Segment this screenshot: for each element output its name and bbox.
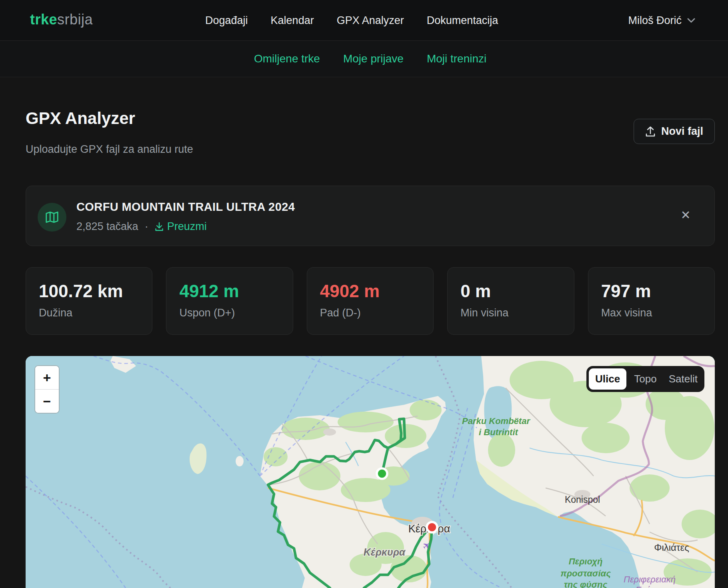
stat-label: Min visina xyxy=(460,307,561,319)
new-file-button[interactable]: Novi fajl xyxy=(634,119,715,144)
zoom-out-button[interactable]: − xyxy=(35,390,59,413)
subnav-item-omiljene-trke[interactable]: Omiljene trke xyxy=(254,52,320,65)
nav-item-kalendar[interactable]: Kalendar xyxy=(271,14,314,27)
top-navbar: trkesrbija Događaji Kalendar GPX Analyze… xyxy=(0,0,728,41)
route-start-marker[interactable] xyxy=(377,468,387,479)
chevron-down-icon xyxy=(687,18,695,23)
logo-light: srbija xyxy=(57,11,93,28)
upload-icon xyxy=(645,126,656,137)
nav-item-dokumentacija[interactable]: Dokumentacija xyxy=(427,14,498,27)
stat-value: 100.72 km xyxy=(39,281,139,301)
download-gpx-link[interactable]: Preuzmi xyxy=(155,220,207,233)
label-konispol: Konispol xyxy=(565,494,600,505)
page-title: GPX Analyzer xyxy=(26,109,135,128)
subnav-item-moji-treninzi[interactable]: Moji treninzi xyxy=(427,52,486,65)
page-subtitle: Uploadujte GPX fajl za analizu rute xyxy=(26,143,193,156)
label-park-line1: Parku Kombëtar xyxy=(462,416,530,426)
secondary-nav: Omiljene trke Moje prijave Moji treninzi xyxy=(0,41,728,77)
map-zoom-control: + − xyxy=(34,365,60,414)
gpx-file-meta: 2,825 tačaka · Preuzmi xyxy=(76,220,207,233)
stat-label: Max visina xyxy=(601,307,702,319)
stat-value: 797 m xyxy=(601,281,702,301)
stat-card-duzina: 100.72 km Dužina xyxy=(26,267,152,335)
logo-bold: trke xyxy=(30,11,57,28)
brand-logo[interactable]: trkesrbija xyxy=(30,11,93,28)
zoom-in-button[interactable]: + xyxy=(35,366,59,390)
stat-card-max-visina: 797 m Max visina xyxy=(588,267,715,335)
new-file-label: Novi fajl xyxy=(661,125,703,138)
stat-value: 4902 m xyxy=(320,281,420,301)
label-regional-line2: Ενότητα xyxy=(636,585,668,588)
stat-card-pad: 4902 m Pad (D-) xyxy=(307,267,434,335)
layer-tab-topo[interactable]: Topo xyxy=(626,368,664,390)
map-layer-switcher: Ulice Topo Satelit xyxy=(586,366,704,392)
download-label: Preuzmi xyxy=(167,220,207,233)
stat-label: Uspon (D+) xyxy=(179,307,280,319)
label-nature-line2: προστασίας xyxy=(560,568,611,578)
label-regional-line1: Περιφερειακή xyxy=(624,574,676,584)
map-file-icon xyxy=(38,203,66,232)
gpx-point-count: 2,825 tačaka xyxy=(76,220,138,233)
layer-tab-satelit[interactable]: Satelit xyxy=(664,368,702,390)
map-canvas[interactable]: Parku Kombëtar i Butrintit Konispol Κέρκ… xyxy=(26,356,715,588)
nav-item-gpx-analyzer[interactable]: GPX Analyzer xyxy=(337,14,404,27)
user-menu[interactable]: Miloš Đorić xyxy=(628,0,695,41)
download-icon xyxy=(155,222,164,232)
meta-separator: · xyxy=(145,220,148,233)
gpx-file-card: CORFU MOUNTAIN TRAIL ULTRA 2024 2,825 ta… xyxy=(26,186,715,246)
stat-value: 0 m xyxy=(460,281,561,301)
stat-label: Pad (D-) xyxy=(320,307,420,319)
label-park-line2: i Butrintit xyxy=(479,427,518,437)
stat-card-min-visina: 0 m Min visina xyxy=(447,267,574,335)
stat-label: Dužina xyxy=(39,307,139,319)
label-nature-line1: Περιοχή xyxy=(569,556,603,566)
label-filiates: Φιλιάτες xyxy=(654,542,689,553)
stats-row: 100.72 km Dužina 4912 m Uspon (D+) 4902 … xyxy=(26,267,715,335)
layer-tab-ulice[interactable]: Ulice xyxy=(589,368,626,390)
label-nature-line3: της φύσης xyxy=(564,580,608,588)
nav-item-dogadjaji[interactable]: Događaji xyxy=(205,14,248,27)
stat-card-uspon: 4912 m Uspon (D+) xyxy=(166,267,293,335)
close-icon[interactable]: ✕ xyxy=(678,207,694,223)
stat-value: 4912 m xyxy=(179,281,280,301)
main-nav: Događaji Kalendar GPX Analyzer Dokumenta… xyxy=(205,0,498,41)
user-name: Miloš Đorić xyxy=(628,14,682,27)
subnav-item-moje-prijave[interactable]: Moje prijave xyxy=(343,52,404,65)
route-finish-marker[interactable] xyxy=(427,522,437,532)
label-corfu-island: Κέρκυρα xyxy=(364,546,406,558)
islet-small xyxy=(236,456,244,466)
gpx-file-name: CORFU MOUNTAIN TRAIL ULTRA 2024 xyxy=(76,200,295,214)
